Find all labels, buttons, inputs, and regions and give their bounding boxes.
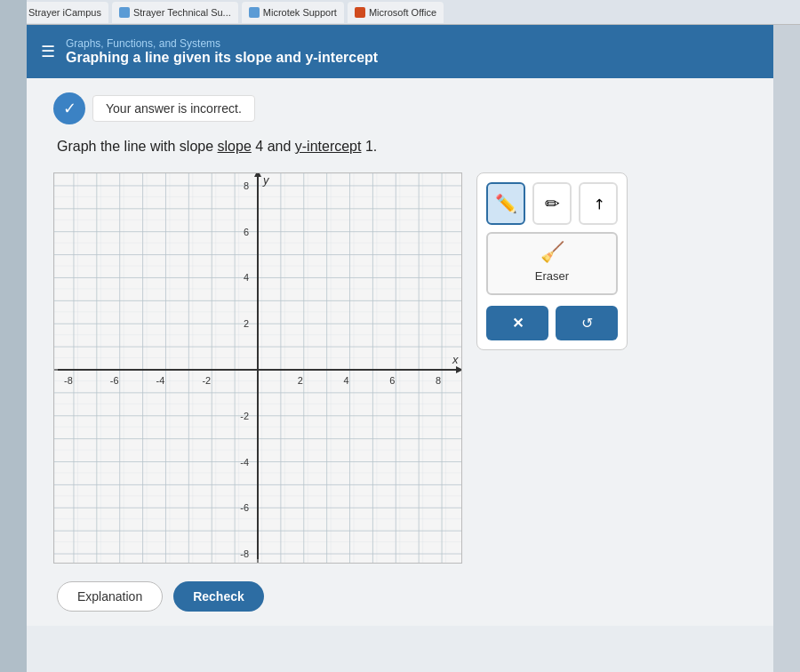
- svg-text:2: 2: [244, 318, 249, 329]
- yintercept-value: 1.: [365, 139, 377, 154]
- plot-tool-button[interactable]: ✏️: [486, 182, 525, 225]
- problem-prefix: Graph the line with slope: [57, 139, 213, 154]
- tab-icon-tech: [119, 7, 130, 18]
- content-area: ✓ Your answer is incorrect. Graph the li…: [27, 78, 773, 626]
- svg-text:-6: -6: [240, 502, 249, 513]
- svg-text:-4: -4: [240, 457, 249, 468]
- svg-text:-6: -6: [110, 375, 119, 386]
- tab-bar: Strayer iCampus Strayer Technical Su... …: [0, 0, 800, 25]
- eraser-box: 🧹 Eraser: [486, 232, 618, 295]
- line-icon: ↗: [588, 194, 609, 214]
- svg-text:4: 4: [343, 375, 348, 386]
- problem-text: Graph the line with slope slope 4 and y-…: [53, 139, 747, 155]
- problem-middle: and: [268, 139, 295, 154]
- graph-svg[interactable]: x y -8 -6 -4 -2 2 4 6 8 8 6: [54, 173, 461, 563]
- tools-row: ✏️ ✏ ↗: [486, 182, 618, 225]
- tab-icon-ms: [355, 7, 365, 18]
- line-tool-button[interactable]: ↗: [579, 182, 618, 225]
- tab-label-microtek: Microtek Support: [263, 7, 337, 18]
- svg-text:-4: -4: [156, 375, 165, 386]
- slope-label: slope: [218, 139, 252, 154]
- graph-area[interactable]: x y -8 -6 -4 -2 2 4 6 8 8 6: [53, 172, 462, 564]
- tab-icon-microtek: [249, 7, 260, 18]
- svg-text:6: 6: [244, 227, 249, 237]
- header-title: Graphing a line given its slope and y-in…: [66, 50, 378, 66]
- clear-button[interactable]: ✕: [486, 306, 548, 340]
- svg-text:2: 2: [298, 375, 303, 386]
- undo-button[interactable]: ↺: [556, 306, 618, 340]
- svg-text:x: x: [452, 353, 459, 366]
- tab-label-icampus: Strayer iCampus: [28, 7, 101, 18]
- check-circle-icon: ✓: [53, 92, 85, 124]
- eraser-label: Eraser: [495, 266, 609, 286]
- recheck-button[interactable]: Recheck: [173, 581, 264, 612]
- slope-value: 4: [255, 139, 263, 154]
- tab-label-ms: Microsoft Office: [369, 7, 436, 18]
- tab-microtek[interactable]: Microtek Support: [242, 2, 344, 23]
- pencil-tool-button[interactable]: ✏: [532, 182, 572, 225]
- incorrect-message-text: Your answer is incorrect.: [106, 101, 242, 116]
- tab-strayer-tech[interactable]: Strayer Technical Su...: [112, 2, 238, 23]
- svg-text:8: 8: [244, 180, 249, 191]
- header-bar: ☰ Graphs, Functions, and Systems Graphin…: [27, 25, 773, 78]
- header-subtitle: Graphs, Functions, and Systems: [66, 37, 378, 50]
- hamburger-icon[interactable]: ☰: [41, 42, 55, 61]
- graph-tools-container: x y -8 -6 -4 -2 2 4 6 8 8 6: [53, 172, 747, 564]
- svg-text:6: 6: [389, 375, 395, 386]
- main-content: ☰ Graphs, Functions, and Systems Graphin…: [27, 25, 773, 672]
- svg-text:-8: -8: [64, 375, 73, 386]
- left-sidebar-strip: [0, 0, 27, 672]
- svg-text:-2: -2: [202, 375, 211, 386]
- tab-microsoft[interactable]: Microsoft Office: [348, 2, 444, 23]
- incorrect-message-box: Your answer is incorrect.: [92, 95, 255, 122]
- tab-label-tech: Strayer Technical Su...: [133, 7, 231, 18]
- header-text: Graphs, Functions, and Systems Graphing …: [66, 37, 378, 66]
- tools-panel: ✏️ ✏ ↗ 🧹 Eraser: [476, 172, 628, 350]
- plot-icon: ✏️: [495, 193, 517, 214]
- svg-text:4: 4: [244, 272, 249, 283]
- explanation-button[interactable]: Explanation: [57, 581, 163, 612]
- yintercept-label: y-intercept: [295, 139, 362, 154]
- svg-text:-2: -2: [240, 411, 249, 421]
- svg-text:8: 8: [436, 375, 441, 386]
- bottom-buttons: Explanation Recheck: [53, 581, 747, 612]
- svg-text:-8: -8: [240, 548, 249, 559]
- eraser-icon: 🧹: [495, 241, 609, 264]
- pencil-icon: ✏: [545, 193, 560, 214]
- incorrect-badge: ✓ Your answer is incorrect.: [53, 92, 747, 124]
- action-row: ✕ ↺: [486, 306, 618, 340]
